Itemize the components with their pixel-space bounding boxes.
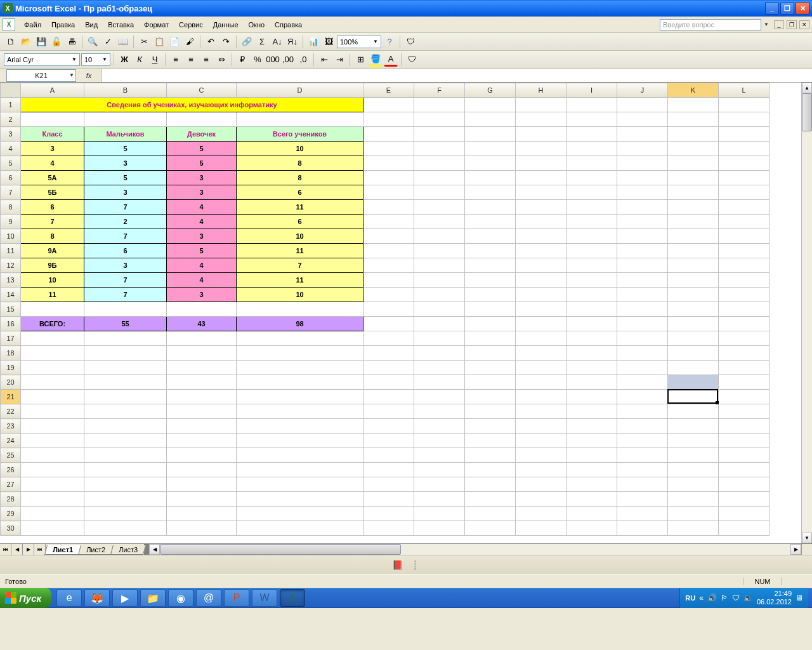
comma-icon[interactable]: 000 xyxy=(266,53,280,67)
cell-E6[interactable] xyxy=(363,171,414,185)
cell-L18[interactable] xyxy=(719,346,769,361)
cell-J17[interactable] xyxy=(617,331,668,346)
cell-J29[interactable] xyxy=(617,507,668,521)
borders-icon[interactable]: ⊞ xyxy=(353,53,367,67)
tab-prev-icon[interactable]: ◀ xyxy=(11,544,23,555)
taskbar-explorer-icon[interactable]: 📁 xyxy=(140,589,166,607)
cell-L15[interactable] xyxy=(719,302,769,317)
cell-C24[interactable] xyxy=(167,434,237,448)
row-header-1[interactable]: 1 xyxy=(1,98,21,112)
tab-last-icon[interactable]: ⏭ xyxy=(34,544,46,555)
sheet-tab-1[interactable]: Лист1 xyxy=(44,545,81,555)
cell-F20[interactable] xyxy=(414,375,465,390)
cell-D5[interactable]: 8 xyxy=(237,156,363,171)
start-button[interactable]: Пуск xyxy=(0,588,51,608)
cell-J4[interactable] xyxy=(617,142,668,156)
cell-K3[interactable] xyxy=(668,127,719,142)
font-dropdown[interactable]: Arial Cyr▼ xyxy=(4,53,80,66)
cell-G11[interactable] xyxy=(465,244,516,258)
cell-H10[interactable] xyxy=(516,229,566,244)
cell-D27[interactable] xyxy=(237,477,363,492)
sheet-tab-3[interactable]: Лист3 xyxy=(110,545,146,555)
cell-I12[interactable] xyxy=(566,258,617,273)
zoom-dropdown[interactable]: 100%▼ xyxy=(337,36,381,48)
cell-B20[interactable] xyxy=(84,375,167,390)
cell-J28[interactable] xyxy=(617,492,668,507)
cell-I13[interactable] xyxy=(566,273,617,288)
restore-button[interactable]: ❐ xyxy=(780,2,794,15)
cell-G1[interactable] xyxy=(465,98,516,112)
cell-F8[interactable] xyxy=(414,200,465,215)
cell-K16[interactable] xyxy=(668,317,719,331)
cell-C25[interactable] xyxy=(167,448,237,463)
cell-G13[interactable] xyxy=(465,273,516,288)
cell-G21[interactable] xyxy=(465,390,516,404)
cell-H9[interactable] xyxy=(516,215,566,229)
row-header-3[interactable]: 3 xyxy=(1,127,21,142)
cell-B29[interactable] xyxy=(84,507,167,521)
cell-E26[interactable] xyxy=(363,463,414,477)
tray-expand-icon[interactable]: « xyxy=(699,594,704,602)
menu-insert[interactable]: Вставка xyxy=(103,19,139,30)
cell-H14[interactable] xyxy=(516,288,566,302)
col-header-K[interactable]: K xyxy=(668,83,719,98)
cell-C13[interactable]: 4 xyxy=(167,273,237,288)
doc-restore-button[interactable]: ❐ xyxy=(787,20,797,29)
cell-C17[interactable] xyxy=(167,331,237,346)
menu-format[interactable]: Формат xyxy=(139,19,174,30)
cell-L30[interactable] xyxy=(719,521,769,536)
cell-F10[interactable] xyxy=(414,229,465,244)
cell-E30[interactable] xyxy=(363,521,414,536)
cell-I24[interactable] xyxy=(566,434,617,448)
cell-I2[interactable] xyxy=(566,112,617,127)
cell-C20[interactable] xyxy=(167,375,237,390)
cell-A29[interactable] xyxy=(21,507,84,521)
cell-I26[interactable] xyxy=(566,463,617,477)
vertical-scrollbar[interactable]: ▲ ▼ xyxy=(801,83,812,543)
cell-E21[interactable] xyxy=(363,390,414,404)
cell-F21[interactable] xyxy=(414,390,465,404)
pdf-icon[interactable]: 📕 xyxy=(391,559,403,571)
cell-B11[interactable]: 6 xyxy=(84,244,167,258)
cell-E15[interactable] xyxy=(363,302,414,317)
cell-L13[interactable] xyxy=(719,273,769,288)
cell-K23[interactable] xyxy=(668,419,719,434)
cell-A2[interactable] xyxy=(21,112,84,127)
cell-B5[interactable]: 3 xyxy=(84,156,167,171)
cell-B23[interactable] xyxy=(84,419,167,434)
cell-B19[interactable] xyxy=(84,361,167,375)
cell-I18[interactable] xyxy=(566,346,617,361)
taskbar-word-icon[interactable]: W xyxy=(252,589,277,607)
cell-C6[interactable]: 3 xyxy=(167,171,237,185)
cell-H17[interactable] xyxy=(516,331,566,346)
row-header-14[interactable]: 14 xyxy=(1,288,21,302)
cell-K30[interactable] xyxy=(668,521,719,536)
cell-J21[interactable] xyxy=(617,390,668,404)
merge-center-icon[interactable]: ⇔ xyxy=(214,53,228,67)
cell-D22[interactable] xyxy=(237,404,363,419)
cell-H18[interactable] xyxy=(516,346,566,361)
col-header-A[interactable]: A xyxy=(21,83,84,98)
cell-F9[interactable] xyxy=(414,215,465,229)
cell-K20[interactable] xyxy=(668,375,719,390)
minimize-button[interactable]: _ xyxy=(765,2,779,15)
cell-G20[interactable] xyxy=(465,375,516,390)
cell-D30[interactable] xyxy=(237,521,363,536)
hscroll-thumb[interactable] xyxy=(160,544,401,555)
cell-E19[interactable] xyxy=(363,361,414,375)
cell-G3[interactable] xyxy=(465,127,516,142)
cell-L3[interactable] xyxy=(719,127,769,142)
cell-A13[interactable]: 10 xyxy=(21,273,84,288)
cell-B3[interactable]: Мальчиков xyxy=(84,127,167,142)
tray-network-icon[interactable]: 🔊 xyxy=(707,594,717,602)
align-right-icon[interactable]: ≡ xyxy=(199,53,213,67)
cell-C4[interactable]: 5 xyxy=(167,142,237,156)
cell-H19[interactable] xyxy=(516,361,566,375)
cell-L22[interactable] xyxy=(719,404,769,419)
cell-E4[interactable] xyxy=(363,142,414,156)
cell-K15[interactable] xyxy=(668,302,719,317)
cell-F1[interactable] xyxy=(414,98,465,112)
cell-K29[interactable] xyxy=(668,507,719,521)
col-header-H[interactable]: H xyxy=(516,83,566,98)
cell-L27[interactable] xyxy=(719,477,769,492)
